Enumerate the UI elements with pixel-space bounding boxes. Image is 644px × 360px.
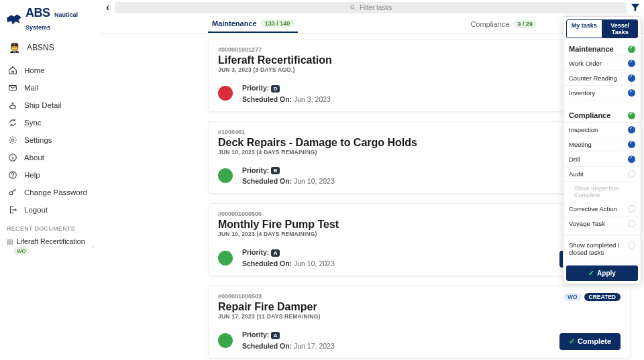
nav: HomeMailShip DetailSyncSettingsAboutHelp… — [0, 62, 101, 219]
about-icon — [8, 153, 17, 162]
priority-row: Priority: B — [242, 166, 335, 175]
search-placeholder: Filter tasks — [360, 4, 392, 11]
card-date: JUN 10, 2023 (4 DAYS REMAINING) — [218, 231, 621, 237]
filter-button[interactable] — [629, 1, 641, 13]
tab-maintenance[interactable]: Maintenance 133 / 140 — [208, 15, 298, 33]
checkbox-icon — [628, 60, 635, 67]
search-icon — [350, 4, 356, 11]
chevron-right-icon: › — [92, 243, 94, 250]
apply-label: Apply — [597, 269, 616, 277]
scheduled-row: Scheduled On: Jun 10, 2023 — [242, 259, 335, 267]
ship-icon — [8, 101, 17, 110]
filter-item[interactable]: Counter Reading — [564, 71, 641, 86]
card-title: Liferaft Recertification — [218, 54, 621, 66]
filter-item[interactable]: Drill — [564, 152, 641, 167]
card-date: JUN 10, 2023 (4 DAYS REMAINING) — [218, 149, 621, 156]
recent-doc-row[interactable]: ▤ Liferaft Recertification WO › — [0, 235, 101, 257]
filter-item[interactable]: Corrective Action — [564, 202, 641, 217]
priority-dot — [218, 333, 233, 348]
filter-item-label: Inventory — [569, 89, 595, 97]
segmented-control: My tasks Vessel Tasks — [566, 19, 638, 38]
nav-sync[interactable]: Sync — [0, 114, 101, 131]
seg-my-tasks[interactable]: My tasks — [566, 19, 602, 38]
filter-group-compliance[interactable]: Compliance — [564, 107, 641, 123]
checkbox-icon — [628, 112, 635, 119]
card-title: Deck Repairs - Damage to Cargo Holds — [218, 137, 621, 149]
checkbox-icon — [628, 141, 635, 148]
status-badge: CREATED — [584, 293, 621, 301]
task-card[interactable]: WOCREATED#000001000503Repair Fire Damper… — [208, 286, 631, 359]
priority-badge: B — [271, 167, 280, 174]
topbar: ‹ Filter tasks — [101, 0, 644, 15]
nav-home[interactable]: Home — [0, 62, 101, 79]
svg-line-9 — [354, 8, 356, 10]
filter-item-label: Meeting — [569, 141, 592, 148]
checkbox-icon — [628, 126, 635, 133]
check-icon: ✓ — [588, 269, 594, 278]
svg-point-7 — [9, 192, 13, 195]
nav-key[interactable]: Change Password — [0, 184, 101, 201]
card-title: Monthly Fire Pump Test — [218, 219, 621, 231]
recent-section-label: RECENT DOCUMENTS — [0, 219, 101, 235]
brand-name: ABS — [25, 6, 50, 19]
sync-icon — [8, 118, 17, 127]
nav-label: Mail — [24, 84, 38, 92]
filter-item[interactable]: Voyage Task — [564, 217, 641, 231]
priority-row: Priority: A — [242, 331, 335, 339]
nav-ship[interactable]: Ship Detail — [0, 97, 101, 114]
user-row[interactable]: 🧑‍✈️ ABSNS — [0, 38, 101, 58]
card-id: #000001001277 — [218, 46, 621, 53]
seg-vessel-tasks[interactable]: Vessel Tasks — [602, 19, 639, 38]
help-icon — [8, 170, 17, 180]
apply-button[interactable]: ✓ Apply — [566, 265, 638, 281]
checkbox-icon — [628, 220, 635, 227]
card-date: JUN 3, 2023 (3 DAYS AGO.) — [218, 66, 621, 73]
priority-badge: A — [271, 332, 280, 339]
scheduled-row: Scheduled On: Jun 3, 2023 — [242, 95, 331, 103]
filter-item[interactable]: Audit — [564, 167, 641, 182]
card-id: #000001000500 — [218, 211, 621, 217]
complete-button[interactable]: ✓ Complete — [559, 333, 621, 350]
priority-badge: D — [271, 85, 280, 93]
recent-doc-badge: WO — [13, 247, 30, 255]
filter-item-label: Counter Reading — [569, 74, 617, 82]
tab-maintenance-count: 133 / 140 — [261, 19, 294, 27]
filter-item[interactable]: Inspection — [564, 123, 641, 137]
filter-item[interactable]: Meeting — [564, 137, 641, 152]
svg-point-8 — [351, 5, 354, 9]
filter-show-completed[interactable]: Show completed / closed tasks — [564, 235, 641, 260]
nav-about[interactable]: About — [0, 149, 101, 166]
filter-item-label: Voyage Task — [569, 220, 605, 227]
nav-label: Help — [24, 171, 40, 179]
back-button[interactable]: ‹ — [103, 1, 112, 13]
filter-item-label: Drill — [569, 156, 580, 163]
nav-logout[interactable]: Logout — [0, 201, 101, 219]
svg-point-4 — [12, 155, 13, 156]
settings-icon — [8, 135, 17, 145]
tab-compliance[interactable]: Compliance 9 / 29 — [470, 20, 537, 28]
nav-settings[interactable]: Settings — [0, 131, 101, 149]
checkbox-icon — [628, 89, 635, 97]
nav-help[interactable]: Help — [0, 166, 101, 184]
nav-label: Home — [24, 66, 45, 74]
filter-group-maintenance[interactable]: Maintenance — [564, 41, 641, 56]
scheduled-row: Scheduled On: Jun 10, 2023 — [242, 177, 335, 185]
filter-item-label: Audit — [569, 170, 584, 178]
filter-group-label: Maintenance — [569, 45, 614, 53]
search-input[interactable]: Filter tasks — [115, 2, 627, 13]
filter-item-label: Corrective Action — [569, 205, 617, 213]
filter-item-label: Inspection — [569, 126, 598, 133]
card-title: Repair Fire Damper — [218, 301, 621, 313]
checkbox-icon — [628, 205, 635, 213]
logo: ABS NauticalSystems — [0, 3, 101, 38]
priority-dot — [218, 251, 233, 265]
card-id: #000001000503 — [218, 293, 621, 300]
nav-label: Logout — [24, 206, 48, 214]
filter-item[interactable]: Work Order — [564, 56, 641, 71]
filter-group-label: Compliance — [569, 111, 610, 119]
recent-doc-title: Liferaft Recertification — [17, 237, 85, 245]
filter-item[interactable]: Inventory — [564, 86, 641, 101]
priority-row: Priority: A — [242, 248, 335, 257]
tab-compliance-count: 9 / 29 — [513, 20, 537, 28]
nav-mail[interactable]: Mail — [0, 79, 101, 97]
